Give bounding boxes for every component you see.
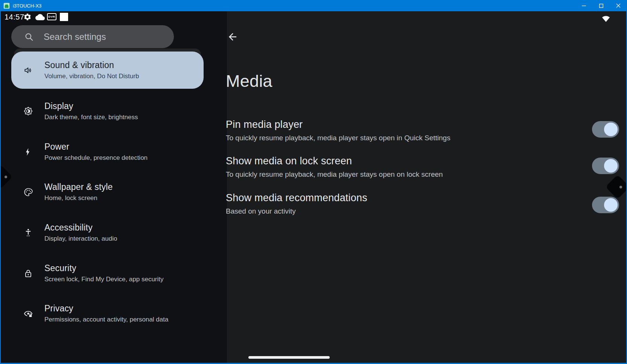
back-arrow-icon	[227, 31, 238, 42]
setting-label: Pin media player	[226, 119, 583, 130]
sidebar-item-sub: Permissions, account activity, personal …	[44, 316, 168, 323]
accessibility-icon	[23, 228, 33, 238]
sidebar-item-security[interactable]: Security Screen lock, Find My Device, ap…	[11, 255, 204, 292]
eye-lock-icon	[23, 308, 33, 319]
volume-icon	[23, 65, 33, 76]
toggle-thumb	[604, 198, 618, 212]
media-settings-pane: Media Pin media player To quickly resume…	[227, 11, 626, 363]
window-titlebar: i3TOUCH-X3	[0, 0, 627, 11]
sidebar-item-sub: Screen lock, Find My Device, app securit…	[44, 276, 164, 283]
sidebar-item-privacy[interactable]: Privacy Permissions, account activity, p…	[11, 295, 204, 332]
sidebar-item-power[interactable]: Power Power schedule, presence detection	[11, 133, 204, 170]
setting-row-pin-media-player[interactable]: Pin media player To quickly resume playb…	[226, 119, 583, 142]
setting-sub: To quickly resume playback, media player…	[226, 170, 583, 179]
show-media-recommendations-toggle[interactable]	[592, 197, 619, 213]
sidebar-item-label: Power	[44, 142, 148, 152]
page-title: Media	[226, 71, 272, 91]
android-screen: 14:57 DVR Search settings	[1, 11, 626, 363]
sidebar-item-label: Wallpaper & style	[44, 182, 113, 192]
sidebar-item-display[interactable]: Display Dark theme, font size, brightnes…	[11, 93, 204, 130]
lock-icon	[23, 268, 33, 278]
search-placeholder: Search settings	[44, 32, 106, 42]
left-edge-tab-dot-icon	[5, 176, 7, 178]
search-input[interactable]: Search settings	[11, 25, 174, 48]
bolt-icon	[23, 147, 33, 156]
setting-sub: Based on your activity	[226, 207, 583, 215]
toggle-thumb	[604, 123, 618, 136]
sidebar-item-label: Security	[44, 263, 164, 273]
sidebar-item-sub: Display, interaction, audio	[44, 235, 117, 243]
sidebar-item-sub: Volume, vibration, Do Not Disturb	[44, 73, 139, 80]
pin-media-player-toggle[interactable]	[592, 121, 619, 138]
app-window: i3TOUCH-X3 14:57 DVR	[0, 0, 627, 364]
sidebar-item-label: Display	[44, 101, 138, 111]
minimize-button[interactable]	[575, 0, 592, 11]
right-edge-tab-dot-icon	[619, 186, 622, 188]
screen-share-status-icon	[60, 13, 68, 21]
palette-icon	[23, 187, 33, 197]
sidebar-item-label: Accessibility	[44, 223, 117, 233]
sidebar-item-label: Sound & vibration	[44, 60, 139, 70]
setting-row-show-media-lock-screen[interactable]: Show media on lock screen To quickly res…	[226, 155, 583, 179]
settings-notification-icon	[23, 11, 32, 23]
window-title: i3TOUCH-X3	[13, 3, 41, 9]
sidebar-item-label: Privacy	[44, 303, 168, 314]
close-button[interactable]	[610, 0, 627, 11]
setting-row-show-media-recommendations[interactable]: Show media recommendations Based on your…	[226, 192, 583, 215]
sidebar-item-sub: Power schedule, presence detection	[44, 154, 148, 162]
gesture-navigation-bar[interactable]	[248, 356, 330, 359]
search-icon	[24, 32, 34, 42]
sidebar-item-wallpaper-style[interactable]: Wallpaper & style Home, lock screen	[11, 173, 204, 211]
setting-label: Show media on lock screen	[226, 155, 583, 167]
setting-label: Show media recommendations	[226, 192, 583, 204]
android-logo-icon	[3, 3, 10, 9]
show-media-lock-screen-toggle[interactable]	[592, 158, 619, 174]
toggle-thumb	[604, 159, 618, 173]
sidebar-item-sub: Dark theme, font size, brightness	[44, 114, 138, 121]
back-button[interactable]	[226, 30, 239, 44]
sidebar-item-accessibility[interactable]: Accessibility Display, interaction, audi…	[11, 214, 204, 251]
setting-sub: To quickly resume playback, media player…	[226, 134, 583, 142]
sidebar-item-sound-vibration[interactable]: Sound & vibration Volume, vibration, Do …	[11, 52, 204, 89]
cloud-status-icon	[35, 11, 45, 23]
brightness-icon	[23, 106, 33, 116]
maximize-button[interactable]	[592, 0, 610, 11]
dvr-status-icon: DVR	[47, 13, 56, 20]
status-clock: 14:57	[5, 11, 24, 23]
sidebar-item-sub: Home, lock screen	[44, 194, 113, 202]
